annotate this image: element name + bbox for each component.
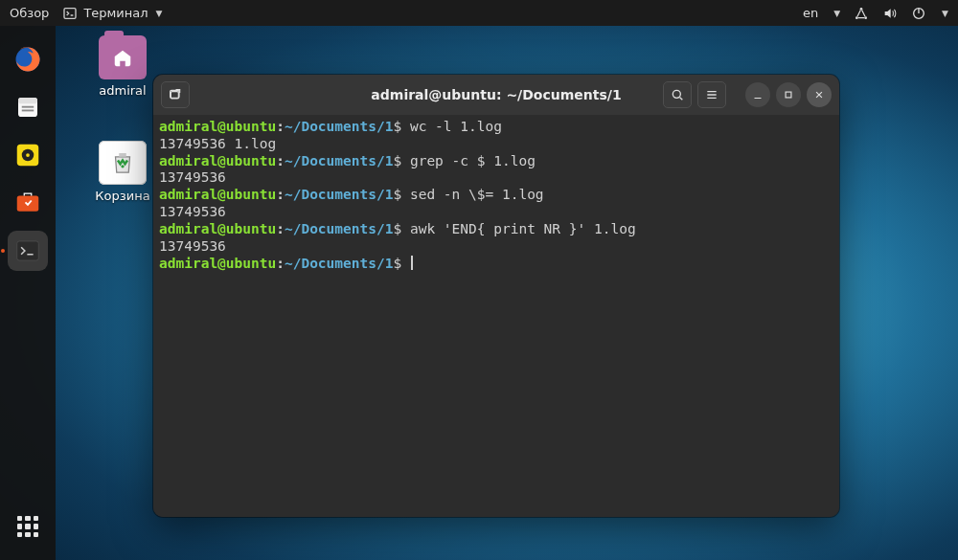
svg-point-12 (26, 153, 30, 157)
home-folder-icon (99, 35, 147, 79)
desktop-icon-label: Корзина (84, 189, 161, 203)
svg-point-15 (121, 165, 124, 168)
terminal-content[interactable]: admiral@ubuntu:~/Documents/1$ wc -l 1.lo… (153, 115, 839, 517)
svg-rect-9 (22, 110, 34, 112)
svg-point-2 (855, 16, 858, 19)
minimize-button[interactable] (745, 82, 770, 107)
power-icon[interactable] (911, 6, 926, 21)
desktop-folder-admiral[interactable]: admiral (84, 35, 161, 98)
network-icon[interactable] (854, 6, 869, 21)
trash-icon (99, 141, 147, 185)
dock-app-rhythmbox[interactable] (8, 135, 48, 175)
volume-icon[interactable] (882, 6, 898, 21)
app-menu[interactable]: Терминал ▼ (62, 6, 162, 21)
dock-app-files[interactable] (8, 87, 48, 127)
top-panel: Обзор Терминал ▼ en ▼ ▼ (0, 0, 958, 26)
menu-button[interactable] (697, 81, 726, 108)
svg-rect-8 (22, 106, 34, 108)
dock-app-software[interactable] (8, 183, 48, 223)
chevron-down-icon: ▼ (942, 9, 948, 18)
activities-button[interactable]: Обзор (10, 6, 49, 20)
dock-app-terminal[interactable] (8, 231, 48, 271)
svg-rect-17 (171, 92, 178, 99)
search-button[interactable] (663, 81, 692, 108)
chevron-down-icon: ▼ (156, 9, 163, 18)
svg-rect-19 (786, 92, 791, 98)
desktop-icon-label: admiral (84, 83, 161, 98)
terminal-icon (62, 6, 78, 21)
app-menu-label: Терминал (83, 6, 148, 20)
desktop-trash[interactable]: Корзина (84, 141, 161, 203)
svg-rect-14 (17, 241, 39, 260)
dock-show-apps[interactable] (8, 506, 48, 547)
svg-rect-7 (18, 98, 37, 103)
terminal-window: admiral@ubuntu: ~/Documents/1 admiral@ub… (153, 75, 839, 517)
input-language-indicator[interactable]: en (803, 6, 818, 20)
svg-rect-0 (64, 8, 76, 18)
new-tab-button[interactable] (161, 81, 190, 108)
dock (0, 26, 56, 560)
svg-point-1 (860, 8, 863, 11)
svg-point-3 (864, 16, 867, 19)
maximize-button[interactable] (776, 82, 801, 107)
svg-point-18 (673, 90, 680, 98)
window-titlebar[interactable]: admiral@ubuntu: ~/Documents/1 (153, 75, 839, 115)
dock-app-firefox[interactable] (8, 39, 48, 79)
chevron-down-icon: ▼ (833, 9, 840, 18)
grid-icon (17, 516, 38, 537)
close-button[interactable] (807, 82, 832, 107)
